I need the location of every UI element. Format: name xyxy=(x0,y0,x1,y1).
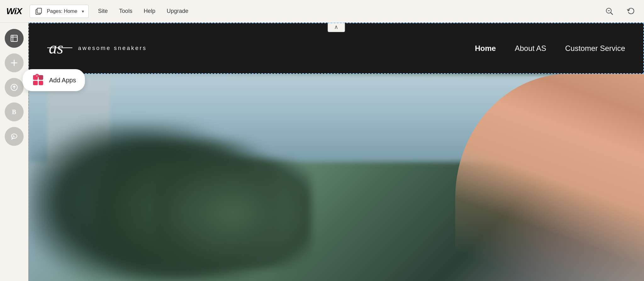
pages-selector[interactable]: Pages: Home ▾ xyxy=(30,5,89,18)
nav-home-link[interactable]: Home xyxy=(475,44,496,53)
left-sidebar: B + Ad xyxy=(0,23,28,281)
toolbar-nav: Site Tools Help Upgrade xyxy=(98,8,602,14)
sidebar-upload-button[interactable] xyxy=(5,78,24,97)
undo-button[interactable] xyxy=(624,4,638,18)
add-apps-tooltip[interactable]: + Add Apps xyxy=(23,69,85,91)
sidebar-add-button[interactable] xyxy=(5,53,24,72)
handle-chevron-icon: ∧ xyxy=(334,24,338,30)
sidebar-blog-button[interactable]: B xyxy=(5,102,24,121)
svg-line-4 xyxy=(611,13,613,14)
sidebar-pages-button[interactable] xyxy=(5,29,24,48)
site-navbar: ∧ as awesome sneakers Home About AS Cust… xyxy=(28,23,644,74)
site-preview: ∧ as awesome sneakers Home About AS Cust… xyxy=(28,23,644,281)
top-toolbar: WiX Pages: Home ▾ Site Tools Help Upgrad… xyxy=(0,0,644,23)
sidebar-chat-button[interactable] xyxy=(5,127,24,146)
dashed-boundary-line xyxy=(28,23,29,281)
svg-point-13 xyxy=(11,134,17,138)
site-logo-text: awesome sneakers xyxy=(78,45,147,52)
hero-blob-3 xyxy=(154,158,311,268)
site-menu-item[interactable]: Site xyxy=(98,8,108,14)
pages-label: Pages: Home xyxy=(47,8,77,14)
site-logo-symbol: as xyxy=(47,38,72,58)
add-apps-label: Add Apps xyxy=(49,77,76,84)
top-handle[interactable]: ∧ xyxy=(328,23,345,32)
chevron-down-icon: ▾ xyxy=(82,9,84,14)
wix-logo: WiX xyxy=(6,6,22,16)
help-menu-item[interactable]: Help xyxy=(144,8,155,14)
svg-rect-1 xyxy=(37,8,42,13)
canvas-area: ∧ as awesome sneakers Home About AS Cust… xyxy=(28,23,644,281)
site-logo-area: as awesome sneakers xyxy=(47,38,147,58)
tools-menu-item[interactable]: Tools xyxy=(119,8,132,14)
upgrade-menu-item[interactable]: Upgrade xyxy=(167,8,188,14)
copy-pages-icon xyxy=(34,7,43,16)
site-nav-links: Home About AS Customer Service xyxy=(475,44,625,53)
main-area: B + Ad xyxy=(0,23,644,281)
toolbar-right xyxy=(602,4,638,18)
svg-rect-5 xyxy=(11,35,17,41)
nav-customer-service-link[interactable]: Customer Service xyxy=(565,44,625,53)
nav-about-link[interactable]: About AS xyxy=(515,44,546,53)
zoom-out-button[interactable] xyxy=(602,4,616,18)
hero-area xyxy=(28,74,644,281)
svg-text:B: B xyxy=(12,108,16,115)
add-apps-icon: + xyxy=(31,74,45,87)
